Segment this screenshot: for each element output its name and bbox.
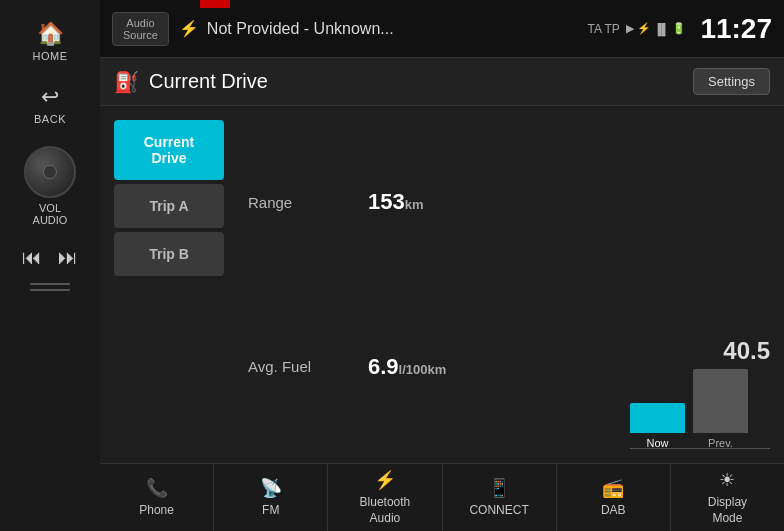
connect-nav-label: CONNECT: [469, 503, 528, 519]
fuel-value: 6.9l/100km: [368, 354, 446, 380]
display-mode-nav-button[interactable]: ☀ DisplayMode: [671, 464, 784, 531]
status-icons: ▶ ⚡ ▐▌ 🔋: [626, 22, 687, 35]
chart-baseline: [630, 448, 770, 449]
track-progress: [30, 283, 70, 291]
current-drive-tab[interactable]: CurrentDrive: [114, 120, 224, 180]
left-sidebar: 🏠 HOME ↩ BACK VOLAUDIO ⏮ ⏭: [0, 0, 100, 531]
display-mode-icon: ☀: [719, 469, 735, 491]
bluetooth-audio-nav-button[interactable]: ⚡ BluetoothAudio: [328, 464, 442, 531]
stats-panel: Range 153km Avg. Fuel 6.9l/100km: [238, 120, 616, 449]
prev-track-button[interactable]: ⏮: [22, 246, 42, 269]
progress-line-1: [30, 283, 70, 285]
audio-source-button[interactable]: Audio Source: [112, 12, 169, 46]
fm-nav-button[interactable]: 📡 FM: [214, 464, 328, 531]
connect-icon: 📱: [488, 477, 510, 499]
chart-main-value: 40.5: [723, 337, 770, 365]
phone-nav-button[interactable]: 📞 Phone: [100, 464, 214, 531]
ta-tp-label: TA TP: [588, 22, 620, 36]
audio-source-line1: Audio: [126, 17, 154, 29]
chart-area: 40.5 Now Prev.: [630, 120, 770, 449]
fuel-label: Avg. Fuel: [248, 358, 348, 375]
top-bar: Audio Source ⚡ Not Provided - Unknown...…: [100, 0, 784, 58]
display-mode-nav-label: DisplayMode: [708, 495, 747, 526]
back-button[interactable]: ↩ BACK: [24, 78, 76, 131]
volume-knob[interactable]: [24, 146, 76, 198]
phone-nav-label: Phone: [139, 503, 174, 519]
bt-status-icon: ⚡: [637, 22, 651, 35]
accent-bar: [200, 0, 230, 8]
next-track-button[interactable]: ⏭: [58, 246, 78, 269]
page-title: Current Drive: [149, 70, 693, 93]
now-playing-text: Not Provided - Unknown...: [207, 20, 588, 38]
main-area: Audio Source ⚡ Not Provided - Unknown...…: [100, 0, 784, 531]
bluetooth-icon: ⚡: [179, 19, 199, 38]
status-area: TA TP ▶ ⚡ ▐▌ 🔋 11:27: [588, 13, 772, 45]
chart-bars: Now Prev.: [630, 369, 770, 449]
settings-button[interactable]: Settings: [693, 68, 770, 95]
progress-line-2: [30, 289, 70, 291]
vol-audio-button[interactable]: VOLAUDIO: [24, 146, 76, 226]
bluetooth-audio-nav-label: BluetoothAudio: [360, 495, 411, 526]
bar-prev: [693, 369, 748, 433]
bottom-nav: 📞 Phone 📡 FM ⚡ BluetoothAudio 📱 CONNECT …: [100, 463, 784, 531]
dab-nav-button[interactable]: 📻 DAB: [557, 464, 671, 531]
trip-a-tab[interactable]: Trip A: [114, 184, 224, 228]
back-label: BACK: [34, 113, 66, 125]
fm-icon: 📡: [260, 477, 282, 499]
trip-b-tab[interactable]: Trip B: [114, 232, 224, 276]
bluetooth-audio-icon: ⚡: [374, 469, 396, 491]
clock: 11:27: [700, 13, 772, 45]
range-row: Range 153km: [248, 189, 606, 215]
range-value: 153km: [368, 189, 424, 215]
range-label: Range: [248, 194, 348, 211]
content-area: CurrentDrive Trip A Trip B Range 153km A…: [100, 106, 784, 463]
vol-label: VOLAUDIO: [33, 202, 68, 226]
home-button[interactable]: 🏠 HOME: [23, 15, 78, 68]
back-icon: ↩: [41, 84, 59, 110]
connect-nav-button[interactable]: 📱 CONNECT: [443, 464, 557, 531]
drive-tabs: CurrentDrive Trip A Trip B: [114, 120, 224, 449]
battery-icon: 🔋: [672, 22, 686, 35]
fuel-row: Avg. Fuel 6.9l/100km: [248, 354, 606, 380]
header-row: ⛽ Current Drive Settings: [100, 58, 784, 106]
dab-nav-label: DAB: [601, 503, 626, 519]
dab-icon: 📻: [602, 477, 624, 499]
fm-nav-label: FM: [262, 503, 279, 519]
home-icon: 🏠: [37, 21, 64, 47]
home-label: HOME: [33, 50, 68, 62]
bar-now: [630, 403, 685, 433]
signal-icon: ▶: [626, 22, 634, 35]
phone-icon: 📞: [146, 477, 168, 499]
knob-indicator: [43, 165, 57, 179]
audio-source-line2: Source: [123, 29, 158, 41]
network-icon: ▐▌: [654, 23, 670, 35]
fuel-icon: ⛽: [114, 70, 139, 94]
media-controls: ⏮ ⏭: [22, 246, 78, 269]
